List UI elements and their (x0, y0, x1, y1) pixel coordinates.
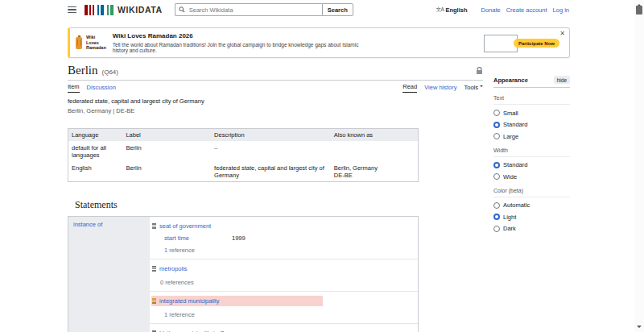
cell-aliases: Berlin, Germany DE-BE (331, 161, 419, 182)
property-link-instance-of[interactable]: instance of (73, 221, 102, 228)
search-button[interactable]: Search (322, 3, 353, 16)
column-header-description: Description (211, 129, 331, 142)
radio-icon[interactable] (493, 133, 500, 139)
create-account-link[interactable]: Create account (506, 6, 547, 14)
cell-aliases (331, 141, 419, 161)
statement-group: instance of seat of government start tim… (68, 216, 419, 332)
language-label: English (445, 6, 467, 14)
cell-language: default for all languages (68, 141, 123, 161)
appearance-hide-button[interactable]: hide (554, 76, 570, 84)
references-toggle[interactable]: 0 references (160, 279, 418, 286)
radio-text-small[interactable]: Small (493, 110, 570, 117)
scrollbar-down-arrow-icon[interactable] (637, 326, 642, 330)
search-box: Search (175, 3, 353, 16)
rank-selector-deprecated-icon[interactable] (152, 297, 156, 305)
statement-claim: metropolis 0 references (150, 259, 418, 292)
radio-icon[interactable] (493, 110, 500, 116)
wikidata-logo-bars-icon (85, 5, 114, 15)
login-link[interactable]: Log in (553, 6, 569, 14)
terms-table: Language Label Description Also known as… (68, 128, 419, 182)
radio-color-automatic[interactable]: Automatic (493, 201, 570, 209)
table-row: default for all languages Berlin – (68, 141, 419, 161)
cell-language: English (68, 161, 123, 182)
radio-color-light[interactable]: Light (493, 214, 570, 221)
donate-link[interactable]: Donate (481, 6, 501, 14)
column-header-language: Language (68, 129, 123, 142)
radio-width-standard[interactable]: Standard (493, 161, 570, 168)
radio-icon[interactable] (493, 226, 500, 232)
section-label-color: Color (beta) (493, 188, 570, 197)
statements-heading: Statements (75, 199, 483, 211)
banner-image-placeholder (484, 35, 518, 52)
table-row: English Berlin federated state, capital … (68, 161, 419, 182)
tools-menu[interactable]: Tools (464, 84, 483, 93)
radio-width-wide[interactable]: Wide (493, 173, 570, 181)
scrollbar-thumb[interactable] (636, 6, 642, 15)
tab-discussion[interactable]: Discussion (87, 84, 116, 93)
language-selector[interactable]: 文A English (436, 6, 468, 14)
statement-claim: Unitary municipality in Germany (150, 324, 418, 332)
cell-description: – (211, 141, 331, 161)
radio-icon[interactable] (493, 162, 500, 168)
claim-value-link[interactable]: integrated municipality (159, 297, 220, 305)
radio-text-standard[interactable]: Standard (493, 121, 570, 128)
page-title: Berlin (68, 64, 98, 77)
page-protection-lock-icon (476, 67, 483, 75)
search-icon (179, 6, 185, 13)
radio-color-dark[interactable]: Dark (493, 225, 570, 232)
radio-icon[interactable] (493, 214, 500, 220)
entity-id: (Q64) (102, 68, 118, 76)
references-toggle[interactable]: 1 reference (164, 247, 418, 254)
ramadan-lantern-icon (76, 37, 82, 49)
section-label-width: Width (493, 147, 570, 157)
banner-close-icon[interactable]: ✕ (559, 30, 565, 37)
radio-icon[interactable] (493, 173, 500, 180)
hamburger-menu-icon[interactable] (68, 5, 76, 15)
rank-selector-icon[interactable] (152, 222, 156, 230)
language-icon: 文A (436, 6, 444, 14)
campaign-banner: Wiki Loves Ramadan Wiki Loves Ramadan 20… (68, 27, 570, 58)
terms-table-header-row: Language Label Description Also known as (68, 129, 419, 142)
search-input[interactable] (175, 3, 322, 16)
radio-icon[interactable] (493, 122, 500, 128)
scrollbar[interactable] (634, 0, 644, 332)
section-label-text: Text (493, 95, 570, 105)
top-header: WIKIDATA Search 文A English Donate Create… (0, 0, 644, 19)
cell-label: Berlin (122, 161, 211, 182)
references-toggle[interactable]: 1 reference (164, 311, 418, 318)
qualifier-property-link[interactable]: start time (164, 234, 232, 242)
claim-qualifier: start time 1999 (164, 234, 418, 242)
wikidata-logo[interactable]: WIKIDATA (85, 5, 163, 15)
wikidata-logo-text: WIKIDATA (118, 5, 163, 15)
participate-now-button[interactable]: Participate Now (514, 39, 559, 48)
banner-subtitle: Tell the world about Ramadan traditions!… (113, 42, 370, 53)
tab-read[interactable]: Read (402, 83, 417, 93)
appearance-sidebar: Appearance hide Text Small Standard Larg… (493, 58, 570, 332)
chevron-down-icon (480, 85, 483, 89)
entity-description: federated state, capital and largest cit… (68, 98, 483, 105)
column-header-also-known-as: Also known as (331, 129, 419, 142)
claim-value-link[interactable]: seat of government (159, 222, 211, 230)
entity-aliases: Berlin, Germany | DE-BE (68, 107, 483, 114)
appearance-title: Appearance (493, 77, 528, 84)
tab-view-history[interactable]: View history (424, 84, 456, 93)
page-title-row: Berlin (Q64) (68, 64, 483, 81)
campaign-badge: Wiki Loves Ramadan (86, 35, 106, 51)
tab-item[interactable]: Item (68, 83, 80, 93)
statement-claim: integrated municipality 1 reference (150, 292, 418, 324)
cell-label: Berlin (122, 141, 211, 161)
radio-icon[interactable] (493, 202, 500, 209)
cell-description: federated state, capital and largest cit… (211, 161, 331, 182)
radio-text-large[interactable]: Large (493, 133, 570, 140)
column-header-label: Label (122, 129, 211, 142)
banner-title: Wiki Loves Ramadan 2026 (113, 32, 370, 39)
page-toolbar: Item Discussion Read View history Tools (68, 81, 483, 93)
claim-value-link[interactable]: metropolis (159, 265, 188, 272)
rank-selector-icon[interactable] (152, 265, 156, 272)
statement-claim: seat of government start time 1999 1 ref… (150, 217, 418, 259)
statement-property-cell: instance of (68, 217, 150, 332)
qualifier-value: 1999 (232, 234, 246, 242)
